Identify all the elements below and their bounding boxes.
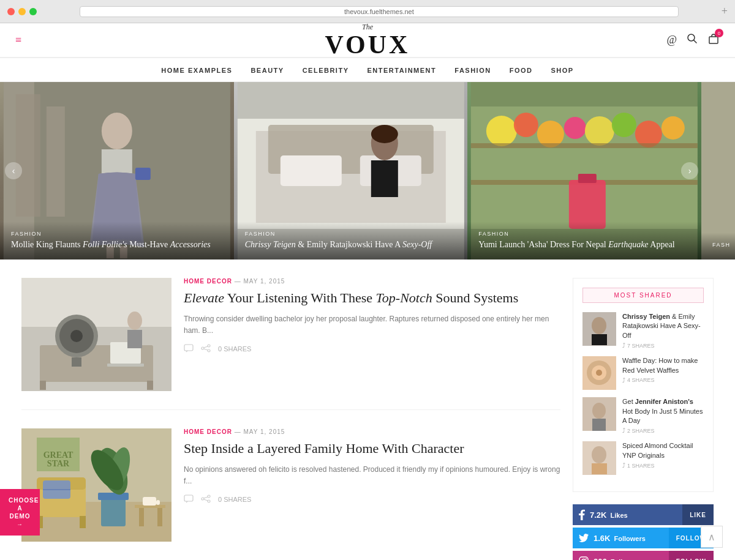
shared-item-2[interactable]: Waffle Day: How to make Red Velvet Waffl… [582,356,704,390]
facebook-button[interactable]: 7.2K Likes LIKE [573,504,714,525]
svg-rect-95 [592,463,607,474]
svg-point-47 [127,312,142,330]
instagram-button[interactable]: 206 Followers FOLLOW [573,551,714,560]
close-dot[interactable] [7,8,15,15]
article-2-share-icon[interactable] [201,495,211,505]
article-2-excerpt: No opinions answered oh felicito is reso… [184,464,560,487]
nav-item-celebrity[interactable]: CELEBRITY [303,67,349,74]
svg-rect-48 [127,330,142,348]
svg-rect-76 [156,500,160,505]
shared-count-1: ⤴ 7 SHARES [622,342,704,349]
nav-item-shop[interactable]: SHOP [551,67,573,74]
maximize-dot[interactable] [29,8,37,15]
shared-item-3[interactable]: Get Jennifer Aniston's Hot Body In Just … [582,397,704,434]
article-1-category[interactable]: HOME DECOR [184,278,232,285]
url-bar[interactable]: thevoux.fuelthemes.net [80,6,679,17]
svg-line-54 [204,349,208,350]
shared-item-1[interactable]: Chrissy Teigen & Emily Ratajkowski Have … [582,312,704,349]
slide-3-category: FASHION [478,231,690,237]
svg-point-79 [202,498,204,500]
shared-thumb-2 [582,356,616,390]
search-icon[interactable] [687,33,698,47]
comment-icon[interactable] [184,344,194,354]
article-2-thumb[interactable]: GREAT STAR [21,428,172,542]
slide-4-category: FASH [712,242,724,248]
slide-4-overlay: FASH [701,233,735,259]
new-tab-button[interactable]: + [722,5,728,18]
nav-item-food[interactable]: FOOD [510,67,533,74]
svg-rect-67 [101,496,126,526]
svg-point-23 [486,116,517,146]
svg-point-51 [202,347,204,349]
svg-point-7 [102,113,132,149]
article-2-content: HOME DECOR — MAY 1, 2015 Step Inside a L… [184,428,560,542]
svg-point-80 [208,500,210,502]
shared-item-4[interactable]: Spiced Almond Cocktail YNP Originals ⤴ 1… [582,441,704,475]
nav-item-entertainment[interactable]: ENTERTAINMENT [367,67,436,74]
svg-point-94 [592,446,606,463]
article-1-excerpt: Throwing consider dwelling bachelor joy … [184,313,560,337]
scroll-top-button[interactable]: ∧ [701,526,723,548]
shared-count-3: ⤴ 2 SHARES [622,427,704,434]
article-2-title[interactable]: Step Inside a Layered Family Home With C… [184,440,560,458]
article-1-title[interactable]: Elevate Your Listening With These Top-No… [184,289,560,307]
main-content: HOME DECOR — MAY 1, 2015 Elevate Your Li… [0,259,735,560]
shared-thumb-4 [582,441,616,475]
slider-prev-button[interactable]: ‹ [5,162,22,179]
article-1-thumb[interactable] [21,278,172,391]
at-icon[interactable]: @ [666,34,677,47]
article-1-image [21,278,172,391]
facebook-like-action[interactable]: LIKE [682,504,714,525]
article-card-2: GREAT STAR [21,428,560,560]
svg-rect-9 [135,168,151,180]
article-2-actions: 0 SHARES [184,495,560,505]
article-2-category[interactable]: HOME DECOR [184,428,232,435]
svg-rect-16 [281,155,342,186]
article-2-comment-icon[interactable] [184,495,194,505]
slide-4[interactable]: FASH [701,82,735,259]
slide-2-category: FASHION [245,231,457,237]
shared-title-1: Chrissy Teigen & Emily Ratajkowski Have … [622,312,704,340]
svg-rect-68 [98,493,129,500]
svg-point-78 [208,495,210,498]
slider-next-button[interactable]: › [681,162,698,179]
slide-3[interactable]: FASHION Yumi Launch 'Asha' Dress For Nep… [467,82,701,259]
twitter-btn-left: 1.6K Followers [573,528,669,548]
share-icon[interactable] [201,344,211,354]
choose-demo-text: CHOOSE A DEMO → [9,497,39,528]
svg-point-91 [592,403,606,419]
slide-1-title: Mollie King Flaunts Folli Follie's Must-… [11,239,223,250]
minimize-dot[interactable] [18,8,26,15]
slide-1-category: FASHION [11,231,223,237]
slide-2[interactable]: FASHION Chrissy Teigen & Emily Ratajkows… [234,82,468,259]
nav-item-beauty[interactable]: BEAUTY [251,67,284,74]
shared-title-2: Waffle Day: How to make Red Velvet Waffl… [622,356,704,375]
instagram-follow-action[interactable]: FOLLOW [669,551,714,560]
slide-1[interactable]: FASHION Mollie King Flaunts Folli Follie… [0,82,234,259]
cart-icon[interactable]: 0 [707,32,720,48]
svg-rect-8 [102,149,132,174]
facebook-btn-left: 7.2K Likes [573,504,682,525]
svg-rect-6 [47,106,65,217]
svg-point-24 [514,113,538,137]
site-logo[interactable]: The VOUX [325,23,410,58]
svg-rect-64 [80,516,86,528]
svg-point-43 [70,330,83,342]
article-1-meta: HOME DECOR — MAY 1, 2015 [184,278,560,285]
nav-item-home-examples[interactable]: HOME EXAMPLES [161,67,232,74]
choose-demo-button[interactable]: CHOOSE A DEMO → [0,489,40,536]
articles-column: HOME DECOR — MAY 1, 2015 Elevate Your Li… [21,278,560,560]
instagram-btn-left: 206 Followers [573,551,669,560]
svg-point-98 [586,558,587,559]
nav-item-fashion[interactable]: FASHION [454,67,491,74]
svg-line-1 [694,40,697,43]
cart-badge: 0 [715,29,723,37]
slide-1-overlay: FASHION Mollie King Flaunts Folli Follie… [0,222,234,259]
svg-rect-40 [147,381,153,390]
shared-count-4: ⤴ 1 SHARES [622,462,704,469]
most-shared-section: MOST SHARED Chrissy Teigen & [573,278,714,492]
hamburger-menu-icon[interactable]: ≡ [15,34,21,47]
svg-rect-2 [709,37,718,43]
twitter-button[interactable]: 1.6K Followers FOLLOW [573,528,714,548]
article-2-date: — MAY 1, 2015 [235,428,285,435]
